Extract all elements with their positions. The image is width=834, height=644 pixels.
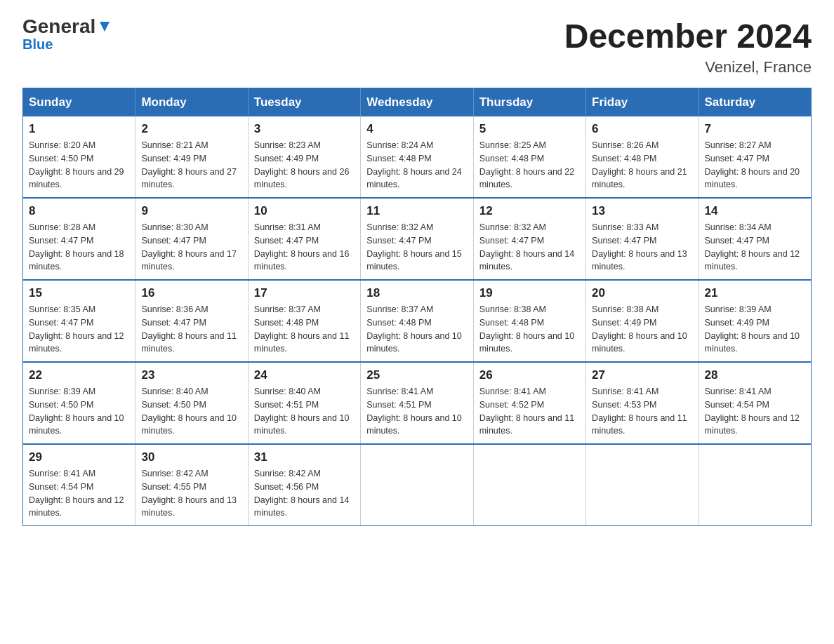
day-number: 1 — [29, 122, 129, 136]
day-info: Sunrise: 8:41 AMSunset: 4:52 PMDaylight:… — [479, 385, 580, 438]
day-number: 29 — [29, 450, 129, 464]
page-title: December 2024 — [564, 17, 812, 55]
calendar-cell: 28Sunrise: 8:41 AMSunset: 4:54 PMDayligh… — [699, 362, 811, 444]
day-info: Sunrise: 8:33 AMSunset: 4:47 PMDaylight:… — [592, 221, 692, 274]
calendar-cell: 5Sunrise: 8:25 AMSunset: 4:48 PMDaylight… — [473, 116, 585, 198]
day-number: 31 — [254, 450, 355, 464]
day-number: 2 — [141, 122, 241, 136]
calendar-cell — [586, 444, 699, 526]
day-number: 4 — [366, 122, 467, 136]
day-info: Sunrise: 8:40 AMSunset: 4:51 PMDaylight:… — [254, 385, 355, 438]
calendar-cell: 15Sunrise: 8:35 AMSunset: 4:47 PMDayligh… — [23, 280, 135, 362]
calendar-day-header: Saturday — [699, 88, 811, 117]
day-number: 28 — [705, 368, 805, 382]
calendar-week-row: 1Sunrise: 8:20 AMSunset: 4:50 PMDaylight… — [23, 116, 812, 198]
day-info: Sunrise: 8:42 AMSunset: 4:56 PMDaylight:… — [254, 467, 355, 520]
calendar-week-row: 22Sunrise: 8:39 AMSunset: 4:50 PMDayligh… — [23, 362, 812, 444]
day-info: Sunrise: 8:41 AMSunset: 4:53 PMDaylight:… — [592, 385, 692, 438]
day-number: 3 — [254, 122, 355, 136]
calendar-day-header: Wednesday — [361, 88, 473, 117]
calendar-cell: 27Sunrise: 8:41 AMSunset: 4:53 PMDayligh… — [586, 362, 699, 444]
logo-arrow-icon — [97, 19, 112, 34]
day-number: 12 — [479, 204, 580, 218]
day-info: Sunrise: 8:41 AMSunset: 4:54 PMDaylight:… — [29, 467, 129, 520]
calendar-cell: 17Sunrise: 8:37 AMSunset: 4:48 PMDayligh… — [248, 280, 360, 362]
day-number: 23 — [141, 368, 241, 382]
day-info: Sunrise: 8:37 AMSunset: 4:48 PMDaylight:… — [366, 303, 467, 356]
day-info: Sunrise: 8:32 AMSunset: 4:47 PMDaylight:… — [366, 221, 467, 274]
calendar-cell — [473, 444, 585, 526]
day-info: Sunrise: 8:39 AMSunset: 4:49 PMDaylight:… — [705, 303, 805, 356]
day-number: 5 — [479, 122, 580, 136]
day-info: Sunrise: 8:38 AMSunset: 4:48 PMDaylight:… — [479, 303, 580, 356]
day-info: Sunrise: 8:26 AMSunset: 4:48 PMDaylight:… — [592, 139, 692, 192]
day-number: 13 — [592, 204, 692, 218]
day-number: 26 — [479, 368, 580, 382]
day-info: Sunrise: 8:27 AMSunset: 4:47 PMDaylight:… — [705, 139, 805, 192]
calendar-cell: 8Sunrise: 8:28 AMSunset: 4:47 PMDaylight… — [23, 198, 135, 280]
day-number: 9 — [141, 204, 241, 218]
day-info: Sunrise: 8:41 AMSunset: 4:54 PMDaylight:… — [705, 385, 805, 438]
day-info: Sunrise: 8:28 AMSunset: 4:47 PMDaylight:… — [29, 221, 129, 274]
day-info: Sunrise: 8:25 AMSunset: 4:48 PMDaylight:… — [479, 139, 580, 192]
day-info: Sunrise: 8:39 AMSunset: 4:50 PMDaylight:… — [29, 385, 129, 438]
calendar-cell: 3Sunrise: 8:23 AMSunset: 4:49 PMDaylight… — [248, 116, 360, 198]
logo: General Blue — [22, 17, 112, 53]
day-number: 16 — [141, 286, 241, 300]
calendar-cell: 11Sunrise: 8:32 AMSunset: 4:47 PMDayligh… — [361, 198, 473, 280]
day-number: 24 — [254, 368, 355, 382]
day-info: Sunrise: 8:38 AMSunset: 4:49 PMDaylight:… — [592, 303, 692, 356]
calendar-week-row: 29Sunrise: 8:41 AMSunset: 4:54 PMDayligh… — [23, 444, 812, 526]
calendar-cell: 31Sunrise: 8:42 AMSunset: 4:56 PMDayligh… — [248, 444, 360, 526]
day-info: Sunrise: 8:30 AMSunset: 4:47 PMDaylight:… — [141, 221, 241, 274]
calendar-week-row: 8Sunrise: 8:28 AMSunset: 4:47 PMDaylight… — [23, 198, 812, 280]
day-info: Sunrise: 8:42 AMSunset: 4:55 PMDaylight:… — [141, 467, 241, 520]
day-number: 11 — [366, 204, 467, 218]
day-number: 25 — [366, 368, 467, 382]
calendar-cell — [361, 444, 473, 526]
calendar-cell: 7Sunrise: 8:27 AMSunset: 4:47 PMDaylight… — [699, 116, 811, 198]
day-info: Sunrise: 8:32 AMSunset: 4:47 PMDaylight:… — [479, 221, 580, 274]
calendar-week-row: 15Sunrise: 8:35 AMSunset: 4:47 PMDayligh… — [23, 280, 812, 362]
day-info: Sunrise: 8:21 AMSunset: 4:49 PMDaylight:… — [141, 139, 241, 192]
calendar-cell: 26Sunrise: 8:41 AMSunset: 4:52 PMDayligh… — [473, 362, 585, 444]
calendar-cell: 19Sunrise: 8:38 AMSunset: 4:48 PMDayligh… — [473, 280, 585, 362]
calendar-table: SundayMondayTuesdayWednesdayThursdayFrid… — [22, 88, 812, 526]
day-number: 30 — [141, 450, 241, 464]
logo-blue: Blue — [22, 36, 53, 53]
day-number: 15 — [29, 286, 129, 300]
day-info: Sunrise: 8:31 AMSunset: 4:47 PMDaylight:… — [254, 221, 355, 274]
day-info: Sunrise: 8:23 AMSunset: 4:49 PMDaylight:… — [254, 139, 355, 192]
day-info: Sunrise: 8:35 AMSunset: 4:47 PMDaylight:… — [29, 303, 129, 356]
calendar-day-header: Monday — [135, 88, 248, 117]
day-number: 14 — [705, 204, 805, 218]
calendar-cell: 9Sunrise: 8:30 AMSunset: 4:47 PMDaylight… — [135, 198, 248, 280]
calendar-cell: 24Sunrise: 8:40 AMSunset: 4:51 PMDayligh… — [248, 362, 360, 444]
calendar-cell — [699, 444, 811, 526]
title-block: December 2024 Venizel, France — [564, 17, 812, 76]
day-number: 10 — [254, 204, 355, 218]
calendar-cell: 13Sunrise: 8:33 AMSunset: 4:47 PMDayligh… — [586, 198, 699, 280]
day-info: Sunrise: 8:40 AMSunset: 4:50 PMDaylight:… — [141, 385, 241, 438]
calendar-cell: 12Sunrise: 8:32 AMSunset: 4:47 PMDayligh… — [473, 198, 585, 280]
day-number: 21 — [705, 286, 805, 300]
calendar-day-header: Thursday — [473, 88, 585, 117]
calendar-cell: 18Sunrise: 8:37 AMSunset: 4:48 PMDayligh… — [361, 280, 473, 362]
calendar-day-header: Tuesday — [248, 88, 360, 117]
calendar-cell: 30Sunrise: 8:42 AMSunset: 4:55 PMDayligh… — [135, 444, 248, 526]
calendar-cell: 25Sunrise: 8:41 AMSunset: 4:51 PMDayligh… — [361, 362, 473, 444]
day-number: 22 — [29, 368, 129, 382]
calendar-cell: 23Sunrise: 8:40 AMSunset: 4:50 PMDayligh… — [135, 362, 248, 444]
day-number: 7 — [705, 122, 805, 136]
calendar-day-header: Friday — [586, 88, 699, 117]
day-info: Sunrise: 8:37 AMSunset: 4:48 PMDaylight:… — [254, 303, 355, 356]
day-info: Sunrise: 8:41 AMSunset: 4:51 PMDaylight:… — [366, 385, 467, 438]
calendar-cell: 29Sunrise: 8:41 AMSunset: 4:54 PMDayligh… — [23, 444, 135, 526]
day-number: 19 — [479, 286, 580, 300]
page-header: General Blue December 2024 Venizel, Fran… — [22, 17, 812, 76]
calendar-cell: 20Sunrise: 8:38 AMSunset: 4:49 PMDayligh… — [586, 280, 699, 362]
day-number: 8 — [29, 204, 129, 218]
day-number: 20 — [592, 286, 692, 300]
calendar-cell: 10Sunrise: 8:31 AMSunset: 4:47 PMDayligh… — [248, 198, 360, 280]
calendar-cell: 2Sunrise: 8:21 AMSunset: 4:49 PMDaylight… — [135, 116, 248, 198]
